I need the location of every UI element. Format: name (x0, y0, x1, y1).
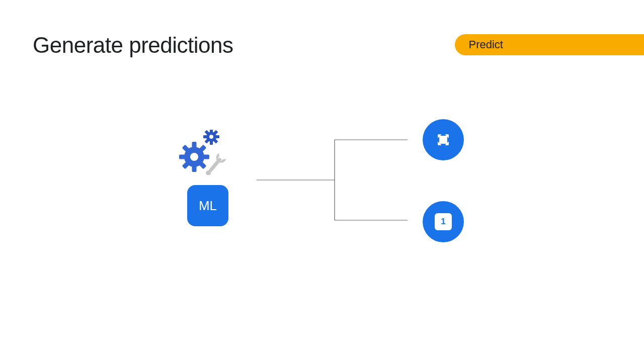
predict-badge: Predict (455, 34, 644, 55)
expand-arrows-icon (423, 119, 464, 160)
svg-marker-26 (447, 137, 451, 143)
branch-connector (257, 136, 413, 236)
svg-rect-22 (438, 134, 449, 145)
gears-wrench-icon (176, 130, 236, 175)
ml-label: ML (199, 198, 217, 214)
one-label: 1 (441, 217, 445, 227)
one-square: 1 (435, 213, 452, 230)
ml-chip-icon: ML (187, 185, 228, 226)
svg-marker-24 (440, 144, 446, 147)
page-title: Generate predictions (33, 33, 233, 58)
svg-marker-23 (440, 132, 446, 136)
svg-rect-20 (208, 157, 222, 173)
svg-point-19 (190, 153, 198, 161)
svg-point-9 (209, 135, 213, 139)
svg-marker-25 (436, 137, 439, 143)
single-prediction-icon: 1 (423, 201, 464, 242)
